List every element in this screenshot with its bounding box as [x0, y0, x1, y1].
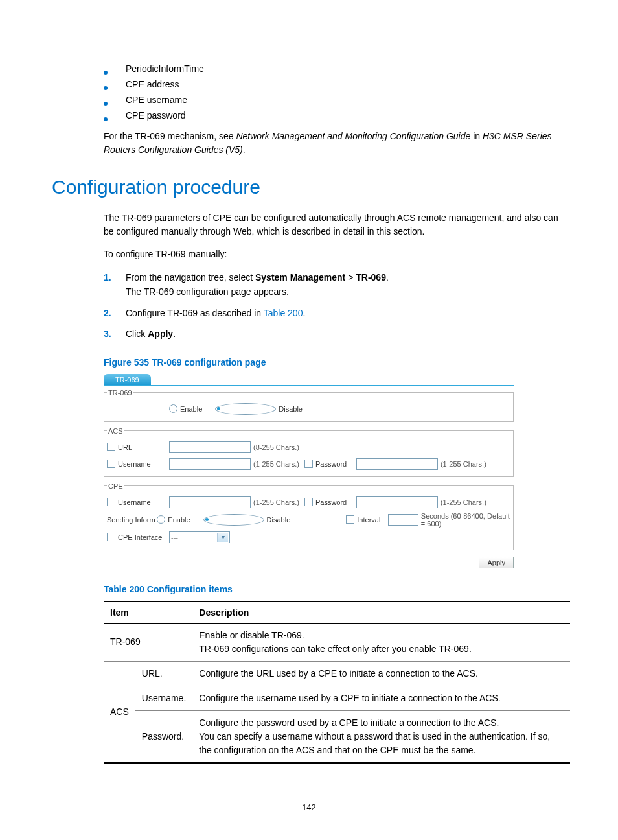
- hint: (1-255 Chars.): [441, 460, 486, 468]
- username-input[interactable]: [169, 496, 251, 508]
- list-item: PeriodicInformTime: [104, 64, 563, 74]
- sending-label: Sending Inform: [107, 516, 155, 524]
- numbered-list: 1. From the navigation tree, select Syst…: [104, 270, 563, 342]
- username-input[interactable]: [169, 458, 251, 470]
- checkbox-icon[interactable]: [346, 515, 354, 524]
- group-legend: CPE: [107, 482, 124, 490]
- table-row: TR-069 Enable or disable TR-069.TR-069 c…: [104, 623, 570, 661]
- paragraph: The TR-069 parameters of CPE can be conf…: [104, 211, 563, 239]
- bullet-icon: [104, 117, 108, 121]
- bullet-icon: [104, 71, 108, 75]
- paragraph: For the TR-069 mechanism, see Network Ma…: [104, 130, 563, 157]
- radio-icon: [169, 404, 177, 413]
- table-caption: Table 200 Configuration items: [104, 584, 563, 594]
- group-acs: ACS URL (8-255 Chars.) Username (1-255 C…: [104, 427, 514, 477]
- hint: (1-255 Chars.): [253, 498, 299, 506]
- group-legend: TR-069: [107, 389, 133, 397]
- cpe-interface-label: CPE Interface: [118, 533, 162, 541]
- username-label: Username: [118, 460, 151, 468]
- url-input[interactable]: [169, 441, 251, 453]
- hint: (1-255 Chars.): [441, 498, 486, 506]
- list-item: 1. From the navigation tree, select Syst…: [104, 270, 563, 299]
- password-input[interactable]: [356, 458, 438, 470]
- checkbox-icon[interactable]: [107, 533, 115, 541]
- password-input[interactable]: [356, 496, 438, 508]
- list-item: 3. Click Apply.: [104, 327, 563, 341]
- radio-icon: [215, 403, 276, 415]
- tab-bar: TR-069: [104, 374, 514, 385]
- radio-disable[interactable]: Disable: [203, 514, 291, 526]
- radio-disable[interactable]: Disable: [215, 403, 303, 415]
- th-description: Description: [192, 601, 570, 624]
- hint: Seconds (60-86400, Default = 600): [421, 512, 510, 528]
- radio-enable[interactable]: Enable: [157, 515, 190, 524]
- checkbox-icon[interactable]: [107, 498, 115, 506]
- bullet-icon: [104, 86, 108, 90]
- page-number: 142: [55, 802, 563, 812]
- figure-caption: Figure 535 TR-069 configuration page: [104, 357, 563, 368]
- paragraph: To configure TR-069 manually:: [104, 248, 563, 261]
- interval-input[interactable]: [388, 514, 418, 526]
- list-item: CPE username: [104, 95, 563, 105]
- username-label: Username: [118, 498, 151, 506]
- bullet-icon: [104, 102, 108, 106]
- table-row: Username. Configure the username used by…: [104, 686, 570, 710]
- apply-button[interactable]: Apply: [479, 557, 514, 568]
- checkbox-icon[interactable]: [304, 498, 313, 506]
- radio-enable[interactable]: Enable: [169, 404, 202, 413]
- list-item: CPE address: [104, 79, 563, 89]
- bullet-list: PeriodicInformTime CPE address CPE usern…: [104, 64, 563, 121]
- checkbox-icon[interactable]: [304, 460, 313, 468]
- password-label: Password: [315, 460, 347, 468]
- table-row: Password. Configure the password used by…: [104, 710, 570, 763]
- th-item: Item: [104, 601, 192, 624]
- interval-label: Interval: [357, 516, 380, 524]
- chevron-down-icon: ▾: [217, 533, 228, 542]
- table-row: ACS URL. Configure the URL used by a CPE…: [104, 661, 570, 686]
- list-item: CPE password: [104, 110, 563, 121]
- url-label: URL: [118, 443, 132, 451]
- hint: (1-255 Chars.): [253, 460, 299, 468]
- password-label: Password: [315, 498, 347, 506]
- tab-tr069[interactable]: TR-069: [104, 374, 151, 385]
- radio-icon: [157, 515, 165, 524]
- checkbox-icon[interactable]: [107, 460, 115, 468]
- cpe-interface-select[interactable]: --- ▾: [169, 531, 230, 543]
- checkbox-icon[interactable]: [107, 443, 115, 451]
- table-link[interactable]: Table 200: [264, 308, 303, 318]
- tab-underline: [104, 385, 514, 386]
- list-item: 2. Configure TR-069 as described in Tabl…: [104, 306, 563, 320]
- group-tr069: TR-069 Enable Disable: [104, 389, 514, 422]
- radio-icon: [203, 514, 264, 526]
- section-heading: Configuration procedure: [52, 176, 563, 198]
- config-screenshot: TR-069 TR-069 Enable Disable ACS URL (8-…: [104, 374, 514, 568]
- group-cpe: CPE Username (1-255 Chars.) Password (1-…: [104, 482, 514, 550]
- hint: (8-255 Chars.): [253, 443, 299, 451]
- config-table: Item Description TR-069 Enable or disabl…: [104, 601, 570, 764]
- group-legend: ACS: [107, 427, 124, 435]
